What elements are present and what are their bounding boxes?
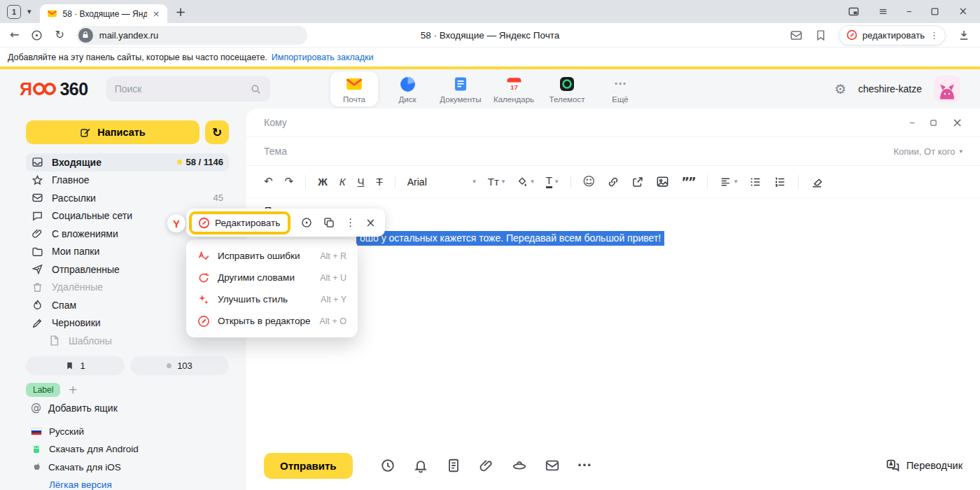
bold-button[interactable]: Ж: [318, 176, 328, 188]
window-close-icon[interactable]: ×: [958, 6, 967, 17]
service-mail[interactable]: Почта: [330, 71, 378, 106]
unread-dot: [177, 160, 182, 164]
editor-extension-kebab-icon[interactable]: ⋮: [930, 31, 939, 40]
translator-button[interactable]: Переводчик: [886, 458, 962, 473]
highlight-color-select[interactable]: ▾: [517, 176, 534, 188]
numbered-list-button[interactable]: [774, 176, 786, 188]
download-android-link[interactable]: Скачать для Android: [26, 440, 229, 458]
emoji-button[interactable]: ☺: [583, 176, 596, 188]
service-calendar[interactable]: 17 Календарь: [490, 71, 538, 106]
neuro-icon[interactable]: [300, 216, 313, 229]
strikethrough-button[interactable]: Т: [377, 176, 383, 188]
tabs-list-chevron-icon[interactable]: ▾: [27, 8, 31, 15]
lock-icon[interactable]: [78, 28, 93, 43]
compose-button[interactable]: Написать: [26, 120, 200, 144]
address-input[interactable]: mail.yandex.ru: [76, 26, 307, 45]
downloads-icon[interactable]: [958, 29, 970, 41]
menu-item-fix-errors[interactable]: Исправить ошибки Alt + R: [186, 245, 358, 267]
label-tag[interactable]: Label: [26, 383, 60, 397]
drafts-icon: [31, 317, 43, 329]
folder-newsletters[interactable]: Рассылки 45: [26, 189, 229, 207]
reminder-bell-icon[interactable]: [413, 458, 428, 473]
search-input[interactable]: Поиск: [106, 76, 270, 102]
chevron-down-icon: ▾: [472, 178, 476, 185]
insert-image-button[interactable]: [656, 175, 669, 188]
insert-link-button[interactable]: [607, 176, 620, 188]
yandex-button-icon[interactable]: [31, 29, 43, 41]
edit-button-label: Редактировать: [215, 218, 280, 228]
reload-icon[interactable]: ↻: [55, 29, 64, 41]
service-more[interactable]: ··· Ещё: [596, 71, 644, 106]
menu-item-open-in-editor[interactable]: Открыть в редакторе Alt + O: [186, 310, 358, 332]
copy-icon[interactable]: [323, 216, 335, 229]
folder-main[interactable]: Главное: [26, 172, 229, 190]
italic-button[interactable]: К: [340, 176, 346, 188]
notes-icon[interactable]: [446, 458, 461, 473]
add-mailbox-label: Добавить ящик: [48, 402, 118, 414]
mail-notifier-icon[interactable]: [790, 29, 803, 42]
add-label-icon[interactable]: +: [68, 384, 77, 396]
underline-button[interactable]: Ч: [358, 176, 365, 188]
add-mailbox[interactable]: @ Добавить ящик: [26, 402, 229, 414]
attach-from-disk-icon[interactable]: [512, 458, 527, 473]
font-family-select[interactable]: Arial ▾: [407, 176, 476, 188]
selected-text[interactable]: ошо у остальных кажется тоже. Передавай …: [356, 231, 664, 246]
language-selector[interactable]: Русский: [26, 423, 229, 441]
browser-menu-icon[interactable]: ≡: [878, 6, 888, 17]
back-icon[interactable]: ←: [10, 29, 19, 41]
services-dock: Почта Диск Документы 17 Календарь Телемо…: [330, 69, 644, 108]
service-docs[interactable]: Документы: [437, 71, 484, 106]
tab-close-icon[interactable]: ×: [153, 9, 160, 18]
bookmarks-icon[interactable]: [815, 29, 827, 41]
editor-extension-icon: [846, 29, 858, 41]
redo-button[interactable]: ↷: [285, 176, 294, 187]
light-version-link[interactable]: Лёгкая версия: [26, 476, 229, 490]
folder-inbox[interactable]: Входящие 58 / 1146: [26, 153, 229, 172]
edit-button[interactable]: Редактировать: [192, 214, 288, 232]
send-button[interactable]: Отправить: [264, 453, 353, 479]
undo-button[interactable]: ↶: [264, 176, 273, 187]
subject-field[interactable]: Тема: [264, 146, 287, 157]
compose-close-icon[interactable]: ×: [952, 116, 962, 129]
yandex-browser-badge[interactable]: Y: [167, 214, 186, 232]
schedule-send-icon[interactable]: [380, 458, 396, 473]
service-telemost[interactable]: Телемост: [543, 71, 591, 106]
attach-file-icon[interactable]: [479, 458, 494, 473]
bullet-list-button[interactable]: [749, 176, 762, 188]
compose-expand-icon[interactable]: [930, 119, 937, 127]
refresh-button[interactable]: ↻: [205, 120, 229, 144]
editor-extension-button[interactable]: редактировать ⋮: [839, 25, 946, 46]
menu-item-improve-style[interactable]: Улучшить стиль Alt + Y: [186, 288, 358, 310]
saved-pill[interactable]: 1: [26, 356, 125, 375]
text-color-select[interactable]: Т▾: [546, 175, 559, 188]
font-size-select[interactable]: Тт▾: [488, 176, 505, 188]
align-select[interactable]: ▾: [720, 176, 738, 188]
settings-gear-icon[interactable]: ⚙: [834, 83, 846, 96]
window-maximize-icon[interactable]: [930, 7, 939, 16]
compose-minimize-icon[interactable]: –: [909, 118, 915, 128]
avatar[interactable]: [934, 76, 960, 102]
tab-counter[interactable]: 1: [7, 5, 21, 19]
username[interactable]: cheshire-katze: [858, 83, 922, 94]
service-disk[interactable]: Диск: [384, 71, 431, 106]
browser-tab[interactable]: 58 · Входящие — Янде ×: [40, 4, 167, 23]
share-link-button[interactable]: [631, 176, 644, 188]
yandex-360-logo[interactable]: Я 360: [20, 79, 88, 99]
quote-button[interactable]: ””: [681, 176, 695, 188]
more-options-icon[interactable]: ···: [578, 459, 592, 472]
picture-in-picture-icon[interactable]: [848, 6, 860, 18]
window-minimize-icon[interactable]: –: [906, 6, 912, 17]
search-icon[interactable]: [250, 83, 262, 95]
attach-from-mail-icon[interactable]: [545, 458, 560, 473]
cc-from-toggle[interactable]: Копии, От кого ▾: [893, 146, 962, 157]
download-ios-link[interactable]: Скачать для iOS: [26, 458, 229, 477]
clear-formatting-button[interactable]: [811, 176, 823, 188]
to-field[interactable]: Кому: [264, 117, 287, 128]
menu-item-rephrase[interactable]: Другими словами Alt + U: [186, 267, 358, 288]
import-bookmarks-link[interactable]: Импортировать закладки: [272, 52, 374, 62]
unread-pill[interactable]: 103: [130, 356, 229, 375]
assistant-close-icon[interactable]: ×: [365, 217, 375, 229]
assistant-kebab-icon[interactable]: ⋮: [345, 218, 356, 228]
new-tab-button[interactable]: +: [176, 6, 186, 18]
russian-flag-icon: [31, 428, 42, 435]
